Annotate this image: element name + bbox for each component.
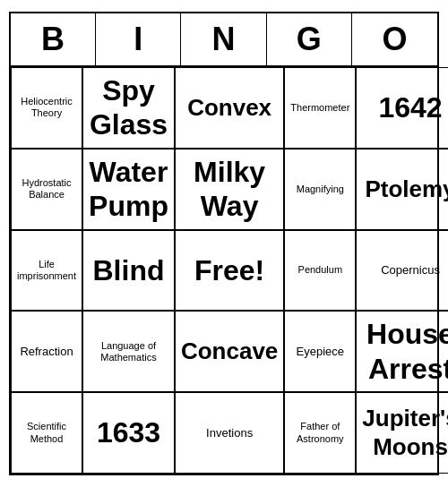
cell-text-9: Ptolemy [365, 175, 448, 203]
header-letter-b: B [11, 13, 96, 65]
bingo-cell-4[interactable]: 1642 [356, 67, 448, 149]
cell-text-1: Spy Glass [89, 73, 168, 142]
cell-text-13: Pendulum [298, 264, 343, 276]
cell-text-22: Invetions [206, 426, 253, 440]
bingo-cell-20[interactable]: Scientific Method [11, 392, 82, 474]
cell-text-3: Thermometer [290, 102, 349, 114]
cell-text-4: 1642 [378, 90, 442, 124]
cell-text-6: Water Pump [89, 155, 168, 224]
cell-text-7: Milky Way [181, 155, 278, 224]
bingo-cell-1[interactable]: Spy Glass [82, 67, 175, 149]
cell-text-2: Convex [187, 94, 271, 122]
bingo-cell-7[interactable]: Milky Way [175, 149, 284, 230]
bingo-grid: Heliocentric TheorySpy GlassConvexThermo… [11, 67, 437, 474]
bingo-cell-14[interactable]: Copernicus [356, 230, 448, 312]
cell-text-8: Magnifying [297, 184, 344, 195]
header-letter-o: O [352, 13, 437, 65]
bingo-cell-18[interactable]: Eyepiece [284, 311, 356, 392]
bingo-cell-15[interactable]: Refraction [11, 311, 82, 392]
bingo-cell-3[interactable]: Thermometer [284, 67, 356, 149]
cell-text-16: Language of Mathematics [89, 340, 168, 363]
bingo-cell-21[interactable]: 1633 [82, 392, 175, 474]
bingo-cell-12[interactable]: Free! [175, 230, 284, 312]
header-letter-i: I [96, 13, 181, 65]
bingo-cell-0[interactable]: Heliocentric Theory [11, 67, 82, 149]
bingo-cell-10[interactable]: Life imprisonment [11, 230, 82, 312]
cell-text-23: Father of Astronomy [290, 421, 349, 444]
header-letter-n: N [181, 13, 266, 65]
bingo-cell-9[interactable]: Ptolemy [356, 149, 448, 230]
cell-text-0: Heliocentric Theory [17, 96, 76, 119]
bingo-cell-5[interactable]: Hydrostatic Balance [11, 149, 82, 230]
bingo-card: BINGO Heliocentric TheorySpy GlassConvex… [9, 12, 439, 475]
bingo-header: BINGO [11, 13, 437, 67]
cell-text-15: Refraction [20, 345, 73, 359]
bingo-cell-23[interactable]: Father of Astronomy [284, 392, 356, 474]
bingo-cell-17[interactable]: Concave [175, 311, 284, 392]
cell-text-10: Life imprisonment [17, 259, 76, 282]
header-letter-g: G [267, 13, 352, 65]
cell-text-12: Free! [194, 253, 264, 287]
cell-text-19: House Arrest [362, 317, 448, 386]
cell-text-20: Scientific Method [17, 421, 76, 444]
cell-text-24: Jupiter's Moons [362, 405, 448, 460]
cell-text-11: Blind [92, 253, 164, 287]
bingo-cell-22[interactable]: Invetions [175, 392, 284, 474]
cell-text-14: Copernicus [381, 263, 440, 278]
bingo-cell-11[interactable]: Blind [82, 230, 175, 312]
bingo-cell-13[interactable]: Pendulum [284, 230, 356, 312]
bingo-cell-2[interactable]: Convex [175, 67, 284, 149]
cell-text-17: Concave [181, 337, 278, 365]
bingo-cell-16[interactable]: Language of Mathematics [82, 311, 175, 392]
bingo-cell-8[interactable]: Magnifying [284, 149, 356, 230]
bingo-cell-24[interactable]: Jupiter's Moons [356, 392, 448, 474]
cell-text-5: Hydrostatic Balance [17, 177, 76, 201]
cell-text-21: 1633 [97, 415, 160, 449]
bingo-cell-6[interactable]: Water Pump [82, 149, 175, 230]
cell-text-18: Eyepiece [297, 345, 344, 359]
bingo-cell-19[interactable]: House Arrest [356, 311, 448, 392]
